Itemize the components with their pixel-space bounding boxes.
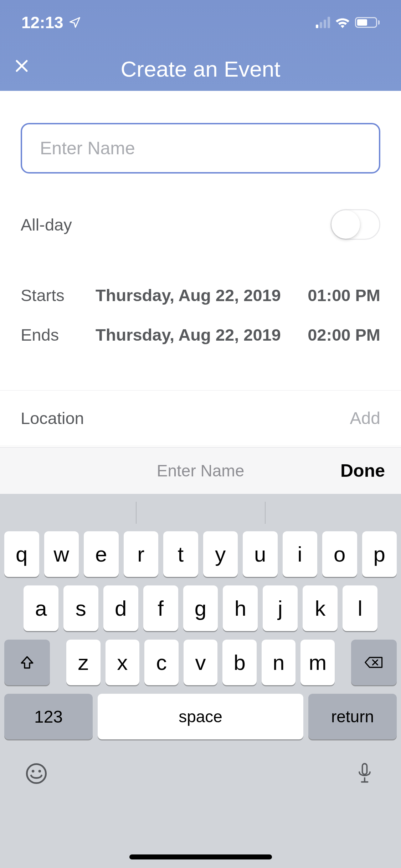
key-y[interactable]: y bbox=[203, 531, 238, 577]
battery-icon bbox=[355, 17, 380, 28]
key-l[interactable]: l bbox=[343, 585, 377, 631]
key-v[interactable]: v bbox=[184, 640, 218, 685]
key-b[interactable]: b bbox=[222, 640, 257, 685]
shift-key[interactable] bbox=[4, 640, 50, 685]
key-p[interactable]: p bbox=[362, 531, 397, 577]
starts-time: 01:00 PM bbox=[308, 285, 380, 305]
home-indicator[interactable] bbox=[129, 854, 272, 859]
ends-label: Ends bbox=[21, 325, 96, 345]
key-j[interactable]: j bbox=[263, 585, 298, 631]
key-u[interactable]: u bbox=[243, 531, 278, 577]
ends-row[interactable]: Ends Thursday, Aug 22, 2019 02:00 PM bbox=[21, 315, 380, 355]
key-f[interactable]: f bbox=[143, 585, 178, 631]
navigation-bar: 12:13 Create an Event bbox=[0, 0, 401, 91]
status-bar: 12:13 bbox=[0, 0, 401, 32]
key-o[interactable]: o bbox=[322, 531, 357, 577]
backspace-key[interactable] bbox=[351, 640, 397, 685]
key-e[interactable]: e bbox=[84, 531, 119, 577]
key-h[interactable]: h bbox=[223, 585, 258, 631]
space-key[interactable]: space bbox=[98, 694, 303, 739]
dictation-icon[interactable] bbox=[353, 762, 376, 785]
key-s[interactable]: s bbox=[63, 585, 98, 631]
ends-date: Thursday, Aug 22, 2019 bbox=[96, 325, 281, 345]
starts-row[interactable]: Starts Thursday, Aug 22, 2019 01:00 PM bbox=[21, 275, 380, 315]
status-time: 12:13 bbox=[21, 13, 63, 32]
wifi-icon bbox=[335, 17, 350, 28]
key-k[interactable]: k bbox=[303, 585, 338, 631]
key-r[interactable]: r bbox=[124, 531, 159, 577]
key-n[interactable]: n bbox=[262, 640, 296, 685]
svg-point-0 bbox=[27, 764, 46, 783]
key-m[interactable]: m bbox=[300, 640, 335, 685]
starts-label: Starts bbox=[21, 285, 96, 305]
keyboard-done-button[interactable]: Done bbox=[340, 460, 385, 481]
starts-date: Thursday, Aug 22, 2019 bbox=[96, 285, 281, 305]
key-x[interactable]: x bbox=[106, 640, 140, 685]
svg-point-2 bbox=[38, 770, 41, 773]
keyboard-accessory-hint: Enter Name bbox=[157, 461, 244, 480]
svg-point-1 bbox=[32, 770, 34, 773]
keyboard-accessory-bar: Enter Name Done bbox=[0, 447, 401, 494]
key-c[interactable]: c bbox=[144, 640, 179, 685]
numbers-key[interactable]: 123 bbox=[4, 694, 93, 739]
page-title: Create an Event bbox=[14, 56, 387, 82]
return-key[interactable]: return bbox=[308, 694, 397, 739]
location-label: Location bbox=[21, 408, 84, 428]
location-row[interactable]: Location Add bbox=[0, 391, 401, 446]
key-i[interactable]: i bbox=[283, 531, 318, 577]
emoji-icon[interactable] bbox=[25, 762, 48, 785]
key-q[interactable]: q bbox=[4, 531, 39, 577]
location-arrow-icon bbox=[68, 16, 81, 29]
event-name-input[interactable] bbox=[21, 123, 380, 174]
key-g[interactable]: g bbox=[183, 585, 218, 631]
keyboard-suggestions bbox=[4, 494, 397, 531]
ends-time: 02:00 PM bbox=[308, 325, 380, 345]
key-w[interactable]: w bbox=[44, 531, 79, 577]
cell-signal-icon bbox=[316, 17, 330, 28]
on-screen-keyboard: qwertyuiop asdfghjkl zxcvbnm 123 space r… bbox=[0, 494, 401, 868]
key-a[interactable]: a bbox=[24, 585, 58, 631]
all-day-toggle[interactable] bbox=[330, 209, 380, 240]
key-t[interactable]: t bbox=[163, 531, 198, 577]
shift-icon bbox=[20, 655, 35, 670]
key-d[interactable]: d bbox=[103, 585, 138, 631]
all-day-label: All-day bbox=[21, 215, 72, 234]
key-z[interactable]: z bbox=[66, 640, 101, 685]
svg-rect-3 bbox=[363, 764, 367, 774]
location-add-button[interactable]: Add bbox=[350, 408, 380, 428]
backspace-icon bbox=[365, 656, 383, 669]
